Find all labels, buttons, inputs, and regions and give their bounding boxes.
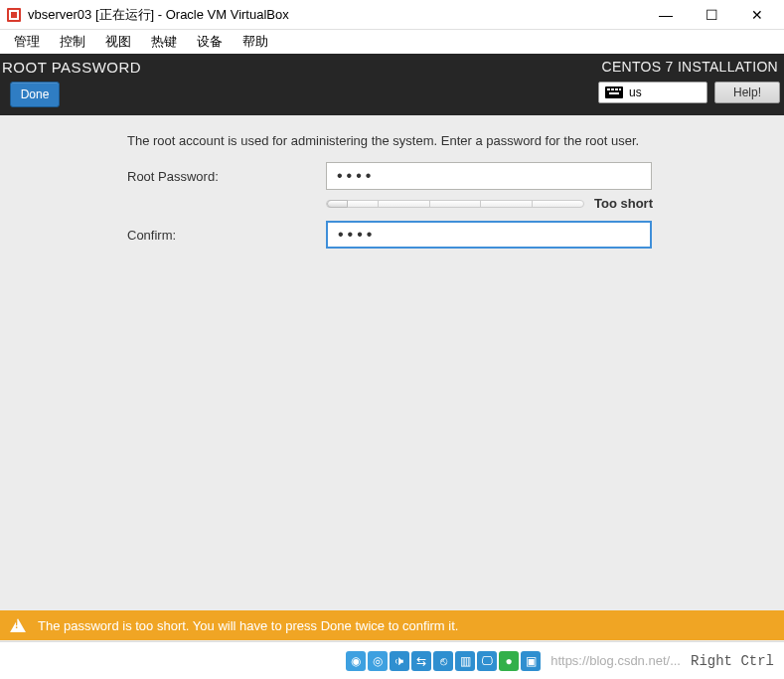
close-button[interactable]: ✕ (734, 0, 780, 30)
warning-icon (10, 618, 26, 632)
root-password-row: Root Password: (0, 162, 784, 190)
confirm-password-label: Confirm: (0, 228, 326, 243)
keyboard-icon (605, 86, 623, 98)
app-icon (6, 7, 22, 23)
status-icons: ◉◎🕩⇆⎋▥🖵●▣ (346, 651, 541, 671)
host-key-indicator: Right Ctrl (691, 653, 778, 669)
password-strength-label: Too short (594, 196, 653, 211)
warning-bar: The password is too short. You will have… (0, 610, 784, 640)
window-controls: — ☐ ✕ (643, 0, 780, 30)
status-network-icon[interactable]: ⇆ (411, 651, 431, 671)
status-shared-icon[interactable]: ▥ (455, 651, 475, 671)
status-disk-icon[interactable]: ◉ (346, 651, 366, 671)
root-password-input[interactable] (326, 162, 652, 190)
menu-control[interactable]: 控制 (50, 31, 95, 53)
status-recording-icon[interactable]: ● (499, 651, 519, 671)
menu-hotkeys[interactable]: 热键 (141, 31, 187, 53)
window-titlebar: vbserver03 [正在运行] - Oracle VM VirtualBox… (0, 0, 784, 30)
keyboard-layout-label: us (629, 85, 642, 99)
password-strength-row: Too short (0, 196, 784, 211)
vm-statusbar: ◉◎🕩⇆⎋▥🖵●▣ https://blog.csdn.net/... Righ… (0, 641, 784, 679)
maximize-button[interactable]: ☐ (689, 0, 734, 30)
window-title: vbserver03 [正在运行] - Oracle VM VirtualBox (28, 6, 289, 24)
content-area: The root account is used for administeri… (0, 115, 784, 642)
page-title: ROOT PASSWORD (0, 54, 147, 76)
status-display-icon[interactable]: 🖵 (477, 651, 497, 671)
menubar: 管理 控制 视图 热键 设备 帮助 (0, 30, 784, 54)
installer-brand: CENTOS 7 INSTALLATION (602, 59, 778, 75)
description-text: The root account is used for administeri… (127, 133, 784, 148)
confirm-password-input[interactable] (326, 221, 652, 249)
status-cpu-icon[interactable]: ▣ (521, 651, 541, 671)
keyboard-layout-indicator[interactable]: us (598, 82, 707, 103)
help-button[interactable]: Help! (714, 82, 780, 103)
watermark-text: https://blog.csdn.net/... (550, 653, 681, 668)
done-button[interactable]: Done (10, 82, 60, 107)
status-usb-icon[interactable]: ⎋ (433, 651, 453, 671)
status-optical-icon[interactable]: ◎ (368, 651, 388, 671)
password-strength-meter (326, 200, 584, 208)
warning-text: The password is too short. You will have… (38, 618, 458, 633)
menu-manage[interactable]: 管理 (4, 31, 50, 53)
root-password-label: Root Password: (0, 169, 326, 184)
svg-rect-2 (11, 12, 17, 18)
minimize-button[interactable]: — (643, 0, 689, 30)
menu-devices[interactable]: 设备 (187, 31, 233, 53)
confirm-password-row: Confirm: (0, 221, 784, 249)
menu-view[interactable]: 视图 (95, 31, 141, 53)
installer-header: ROOT PASSWORD CENTOS 7 INSTALLATION Done… (0, 54, 784, 115)
menu-help[interactable]: 帮助 (233, 31, 278, 53)
status-audio-icon[interactable]: 🕩 (390, 651, 409, 671)
